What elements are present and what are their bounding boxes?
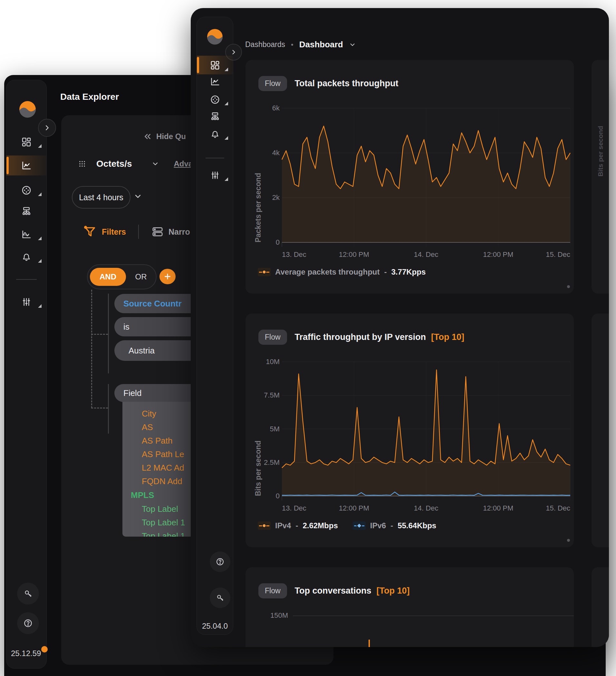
field-selector-label: Field	[123, 388, 142, 398]
legend-item[interactable]: IPv6 - 55.64Kbps	[353, 521, 436, 530]
sidebar-item-data-explorer[interactable]	[197, 72, 233, 91]
resize-handle[interactable]	[567, 539, 570, 542]
breadcrumb-root[interactable]: Dashboards	[245, 40, 285, 49]
resize-handle[interactable]	[567, 285, 570, 288]
plus-icon	[163, 272, 172, 281]
y-axis-tick: 150M	[258, 611, 288, 620]
api-key-button[interactable]	[17, 583, 39, 605]
chart-legend: IPv4 - 2.62Mbps IPv6 - 55.64Kbps	[258, 521, 436, 530]
hide-query-label: Hide Qu	[156, 132, 186, 141]
api-key-button[interactable]	[210, 587, 230, 608]
add-filter-button[interactable]	[159, 269, 175, 284]
sidebar-item-alerts[interactable]	[197, 125, 233, 143]
top-n-tag: [Top 10]	[431, 332, 464, 342]
filter-value: Austria	[129, 346, 155, 356]
sidebar-item-data-explorer[interactable]	[6, 156, 46, 175]
question-icon	[215, 557, 224, 566]
chevron-down-icon[interactable]	[349, 41, 356, 48]
and-toggle[interactable]: AND	[90, 268, 126, 286]
sidebar-divider	[16, 279, 37, 280]
compass-route-icon	[210, 95, 220, 105]
question-icon	[23, 618, 33, 628]
chevron-right-icon	[230, 49, 237, 55]
left-sidebar: 25.12.59	[6, 80, 47, 669]
filter-field-value: Source Countr	[123, 299, 182, 309]
sidebar-item-dashboards[interactable]	[6, 133, 46, 151]
sidebar-item-devices[interactable]	[6, 202, 46, 220]
y-axis-ticks: 02.5M5M7.5M10M	[258, 362, 279, 496]
bell-icon	[210, 129, 220, 139]
dashboard-window: 25.04.0 Dashboards • Dashboard Flow Tota…	[191, 8, 609, 647]
update-notification-dot	[41, 646, 48, 653]
legend-item[interactable]: IPv4 - 2.62Mbps	[258, 521, 338, 530]
legend-item[interactable]: Average packets throughput - 3.77Kpps	[258, 268, 425, 277]
flow-badge: Flow	[258, 330, 287, 345]
time-range-select[interactable]: Last 4 hours	[72, 186, 131, 209]
compass-route-icon	[21, 185, 32, 195]
clipped-series-spike	[369, 640, 370, 647]
time-range-chevron[interactable]	[134, 192, 142, 201]
version-label: 25.04.0	[197, 622, 233, 631]
dashboard-grid-icon	[210, 60, 220, 70]
sidebar-item-network-explorer[interactable]	[197, 91, 233, 109]
chart-plot[interactable]	[282, 362, 570, 496]
drag-handle-icon[interactable]	[78, 160, 86, 168]
sidebar-item-settings[interactable]	[197, 166, 233, 184]
help-button[interactable]	[17, 612, 39, 634]
double-chevron-left-icon	[143, 132, 152, 141]
line-chart-icon	[21, 160, 32, 171]
sidebar-item-analytics[interactable]	[6, 225, 46, 243]
card-title: Traffic throughput by IP version	[295, 332, 426, 342]
top-n-tag: [Top 10]	[377, 586, 410, 596]
toolbar-divider	[138, 225, 139, 239]
breadcrumb-separator: •	[291, 41, 294, 49]
sidebar-item-dashboards[interactable]	[197, 56, 233, 74]
filter-funnel-icon[interactable]	[83, 224, 97, 239]
breadcrumb-current[interactable]: Dashboard	[299, 40, 343, 50]
help-button[interactable]	[210, 551, 230, 572]
filters-tab[interactable]: Filters	[102, 227, 126, 237]
or-toggle[interactable]: OR	[126, 272, 156, 281]
connector-line	[91, 290, 92, 408]
group-bracket	[108, 294, 109, 374]
page-title: Data Explorer	[60, 92, 119, 102]
line-chart-icon	[210, 76, 220, 87]
clipped-card	[592, 567, 609, 647]
hide-query-button[interactable]: Hide Qu	[143, 132, 186, 141]
chart-card-top-conversations: Flow Top conversations [Top 10] 150M	[246, 567, 574, 647]
version-label: 25.12.59	[11, 649, 41, 658]
logic-toggle: AND OR	[87, 264, 157, 289]
metric-select[interactable]: Octets/s	[96, 159, 132, 169]
card-title: Top conversations	[295, 586, 371, 596]
key-icon	[23, 589, 33, 599]
chart-plot[interactable]	[282, 108, 570, 242]
sliders-icon	[210, 170, 220, 180]
dashboard-grid-icon	[21, 137, 32, 147]
chevron-down-icon	[134, 192, 142, 201]
topology-icon	[210, 111, 220, 121]
connector-line	[91, 334, 108, 335]
card-title: Total packets throughput	[295, 78, 399, 89]
sidebar-item-network-explorer[interactable]	[6, 181, 46, 199]
legend-marker-icon	[258, 521, 271, 530]
chart-card-ip-version: Flow Traffic throughput by IP version [T…	[246, 314, 574, 547]
chevron-down-icon[interactable]	[151, 160, 159, 168]
legend-marker-icon	[258, 268, 271, 276]
sidebar-item-devices[interactable]	[197, 107, 233, 125]
narrow-rows-icon[interactable]	[151, 225, 164, 238]
dash-sidebar: 25.04.0	[197, 17, 233, 635]
sliders-icon	[21, 297, 32, 307]
connector-line	[91, 407, 108, 408]
flow-badge: Flow	[258, 583, 287, 599]
chart-card-total-packets: Flow Total packets throughput Packets pe…	[246, 60, 574, 294]
filters-toolbar: Filters Narro	[83, 222, 190, 241]
wave-chart-icon	[21, 229, 32, 239]
sidebar-item-settings[interactable]	[6, 293, 46, 311]
sidebar-item-alerts[interactable]	[6, 248, 46, 266]
narrow-tab[interactable]: Narro	[168, 227, 190, 237]
y-axis-ticks: 02k4k6k	[258, 108, 279, 242]
chart-plot[interactable]	[293, 616, 574, 647]
group-bracket	[108, 384, 109, 434]
metric-row: Octets/s Advan	[78, 159, 198, 169]
key-icon	[215, 593, 224, 602]
